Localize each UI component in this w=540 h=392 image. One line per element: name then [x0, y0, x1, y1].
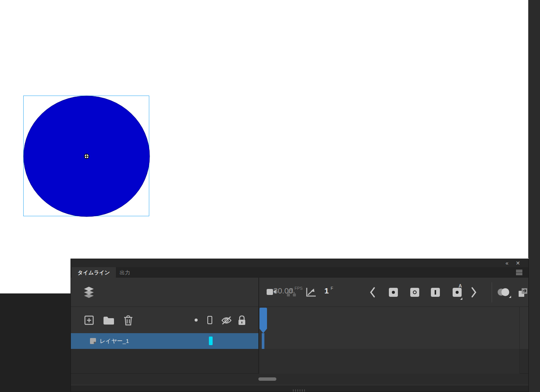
panel-titlebar: « ✕	[71, 259, 528, 267]
auto-keyframe-button[interactable]: A	[453, 288, 462, 297]
current-frame-value[interactable]: 1	[324, 286, 329, 295]
current-frame-control[interactable]: 1F	[324, 286, 333, 295]
layer-color-swatch[interactable]	[209, 337, 213, 345]
panel-menu-icon[interactable]	[516, 270, 522, 275]
next-keyframe-icon[interactable]	[471, 287, 477, 298]
panel-column-divider[interactable]	[258, 278, 259, 374]
span-toggle-icon[interactable]	[518, 287, 528, 298]
onion-skin-button[interactable]	[498, 287, 510, 297]
layer-list-item[interactable]: レイヤー_1	[71, 333, 258, 349]
layer-controls-row: 1s 510152025303	[71, 307, 528, 333]
layer-name-label[interactable]: レイヤー_1	[100, 338, 129, 345]
empty-layer-area[interactable]	[71, 349, 528, 374]
lock-all-icon[interactable]	[237, 315, 246, 326]
collapse-panel-button[interactable]: «	[503, 260, 510, 266]
show-hide-all-dot-icon[interactable]	[195, 319, 198, 322]
outline-all-icon[interactable]	[207, 316, 212, 324]
panel-tabbar: タイムライン 出力	[71, 267, 528, 278]
delete-layer-trash-icon[interactable]	[123, 315, 133, 326]
frame-unit-label: F	[331, 286, 333, 290]
animate-workspace: « ✕ タイムライン 出力	[0, 0, 540, 392]
auto-keyframe-dot-glyph	[456, 291, 459, 294]
empty-frame-area[interactable]	[259, 349, 519, 374]
horizontal-scrollbar-thumb[interactable]	[258, 377, 276, 381]
layer-page-icon	[90, 338, 96, 344]
playhead-handle[interactable]	[260, 308, 267, 329]
timeline-toolbar: 30.00FPS 1F A	[71, 278, 528, 307]
stage-canvas[interactable]	[0, 0, 528, 293]
fps-control[interactable]: 30.00FPS	[273, 286, 303, 295]
blank-keyframe-ring-glyph	[413, 290, 417, 294]
previous-keyframe-icon[interactable]	[369, 287, 376, 298]
graph-editor-icon[interactable]	[306, 287, 316, 297]
insert-frame-button[interactable]	[431, 288, 440, 297]
auto-keyframe-letter: A	[459, 283, 462, 289]
toolbar-divider	[492, 282, 492, 302]
hide-eye-slash-icon[interactable]	[221, 316, 232, 325]
fps-unit-label: FPS	[295, 286, 303, 290]
timeline-panel: « ✕ タイムライン 出力	[70, 259, 529, 392]
add-layer-icon[interactable]	[84, 316, 94, 325]
insert-blank-keyframe-button[interactable]	[410, 288, 419, 297]
keyframe-dot-glyph	[392, 291, 395, 294]
playhead-tip	[260, 329, 267, 333]
insert-keyframe-button[interactable]	[389, 288, 398, 297]
auto-keyframe-dropdown-icon[interactable]	[460, 298, 462, 300]
timeline-scrollbar-track[interactable]	[71, 374, 528, 385]
onion-front-circle	[501, 288, 509, 296]
selection-bounding-box[interactable]	[23, 96, 149, 216]
layers-panel-icon[interactable]	[84, 287, 94, 298]
resize-grip-icon[interactable]	[293, 387, 308, 390]
onion-skin-dropdown-icon[interactable]	[509, 296, 511, 298]
tab-output[interactable]: 出力	[114, 267, 136, 278]
right-dock-strip	[528, 0, 540, 392]
playhead[interactable]	[260, 308, 267, 333]
fps-value[interactable]: 30.00	[273, 286, 293, 295]
panel-bottom-strip	[71, 385, 528, 392]
tab-timeline[interactable]: タイムライン	[72, 267, 116, 278]
frame-bar-glyph	[435, 290, 436, 295]
frame-area-end-line	[519, 307, 520, 374]
close-panel-button[interactable]: ✕	[514, 260, 522, 266]
layer-row: レイヤー_1	[71, 333, 528, 349]
transform-point-icon[interactable]	[84, 153, 90, 159]
add-folder-icon[interactable]	[103, 316, 114, 325]
